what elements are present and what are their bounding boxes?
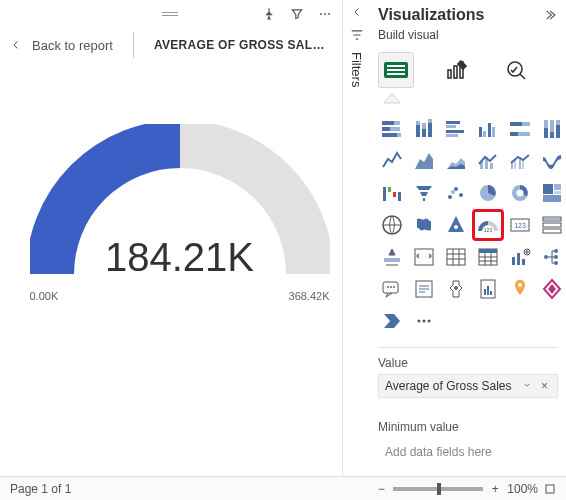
svg-rect-72	[384, 258, 400, 262]
svg-rect-50	[393, 192, 396, 197]
filter-icon[interactable]	[288, 5, 306, 23]
viz-type-smart-narrative[interactable]	[410, 275, 438, 303]
svg-rect-26	[446, 134, 458, 137]
svg-rect-74	[447, 249, 465, 265]
visual-title: AVERAGE OF GROSS SAL…	[154, 38, 325, 52]
viz-type-clustered-column[interactable]	[474, 115, 502, 143]
tab-format-visual[interactable]	[438, 52, 474, 88]
svg-rect-30	[492, 127, 495, 137]
svg-rect-59	[543, 184, 553, 194]
viz-type-line-stacked-column[interactable]	[474, 147, 502, 175]
viz-type-donut[interactable]	[506, 179, 534, 207]
pin-icon[interactable]	[260, 5, 278, 23]
back-to-report-button[interactable]: Back to report	[10, 38, 113, 53]
svg-point-52	[448, 195, 452, 199]
svg-rect-62	[543, 195, 561, 202]
value-field-well[interactable]: Average of Gross Sales ×	[378, 374, 558, 398]
viz-type-slicer[interactable]	[410, 243, 438, 271]
visual-type-gallery: 123123	[378, 115, 558, 335]
more-options-icon[interactable]	[316, 5, 334, 23]
viz-type-area[interactable]	[410, 147, 438, 175]
gauge-visual[interactable]: 184.21K 0.00K 368.42K	[0, 124, 359, 284]
svg-rect-76	[479, 249, 497, 253]
viz-type-gauge[interactable]: 123	[474, 211, 502, 239]
viz-type-clustered-bar[interactable]	[442, 115, 470, 143]
breadcrumb: Back to report AVERAGE OF GROSS SAL…	[0, 26, 359, 64]
viz-type-r-visual[interactable]	[506, 243, 534, 271]
viz-type-map[interactable]	[378, 211, 406, 239]
viz-type-power-automate[interactable]	[378, 307, 406, 335]
svg-rect-40	[556, 120, 560, 125]
viz-type-100-stacked-column[interactable]	[538, 115, 566, 143]
svg-rect-47	[522, 161, 524, 169]
viz-type-key-influencers[interactable]	[442, 275, 470, 303]
viz-type-stacked-area[interactable]	[442, 147, 470, 175]
viz-type-table[interactable]	[442, 243, 470, 271]
filters-panel-collapsed[interactable]: Filters	[342, 0, 370, 500]
viz-type-kpi[interactable]	[378, 243, 406, 271]
viz-type-more[interactable]	[410, 307, 438, 335]
gauge-max-label: 368.42K	[289, 290, 330, 302]
svg-rect-12	[394, 121, 400, 125]
zoom-slider[interactable]	[393, 487, 483, 491]
viz-type-waterfall[interactable]	[378, 179, 406, 207]
min-field-placeholder[interactable]: Add data fields here	[378, 438, 558, 466]
viz-type-paginated[interactable]	[474, 275, 502, 303]
viz-type-line[interactable]	[378, 147, 406, 175]
viz-type-filled-map[interactable]	[410, 211, 438, 239]
viz-type-line-clustered-column[interactable]	[506, 147, 534, 175]
filters-icon	[350, 28, 364, 42]
svg-rect-49	[388, 187, 391, 192]
viz-type-arcgis[interactable]	[506, 275, 534, 303]
viz-type-100-stacked-bar[interactable]	[506, 115, 534, 143]
svg-point-87	[390, 286, 392, 288]
viz-type-qa[interactable]	[378, 275, 406, 303]
svg-rect-94	[490, 291, 492, 295]
svg-rect-20	[422, 123, 426, 129]
zoom-fit-icon[interactable]	[544, 483, 556, 495]
status-bar: Page 1 of 1 − + 100%	[0, 476, 566, 500]
remove-field-button[interactable]: ×	[538, 379, 551, 393]
svg-rect-4	[387, 65, 405, 67]
svg-point-95	[518, 283, 522, 287]
tab-analytics[interactable]	[498, 52, 534, 88]
chevron-left-icon	[351, 6, 363, 18]
svg-rect-78	[517, 253, 520, 265]
viz-type-card[interactable]: 123	[506, 211, 534, 239]
svg-rect-19	[422, 129, 426, 137]
viz-type-power-apps[interactable]	[538, 275, 566, 303]
viz-type-pie[interactable]	[474, 179, 502, 207]
field-section-value: Value	[378, 347, 558, 370]
zoom-in-button[interactable]: +	[489, 482, 501, 496]
zoom-out-button[interactable]: −	[375, 482, 387, 496]
panel-tabs	[378, 48, 558, 92]
drag-grip-icon[interactable]	[162, 12, 178, 16]
viz-type-stacked-column[interactable]	[410, 115, 438, 143]
viz-type-stacked-bar[interactable]	[378, 115, 406, 143]
svg-rect-24	[446, 125, 456, 128]
visual-top-toolbar	[0, 0, 340, 28]
viz-type-decomposition-tree[interactable]	[538, 243, 566, 271]
collapse-panel-icon[interactable]	[540, 6, 558, 24]
svg-rect-70	[543, 229, 561, 233]
svg-rect-17	[416, 125, 420, 137]
chevron-down-icon[interactable]	[519, 379, 535, 393]
divider	[133, 32, 134, 58]
svg-point-96	[418, 320, 421, 323]
svg-point-90	[454, 286, 458, 290]
svg-rect-93	[487, 286, 489, 295]
viz-type-scatter[interactable]	[442, 179, 470, 207]
zoom-control[interactable]: − + 100%	[375, 482, 556, 496]
viz-type-treemap[interactable]	[538, 179, 566, 207]
viz-type-azure-map[interactable]	[442, 211, 470, 239]
viz-type-funnel[interactable]	[410, 179, 438, 207]
tab-build-visual[interactable]	[378, 52, 414, 88]
viz-type-ribbon[interactable]	[538, 147, 566, 175]
viz-type-matrix[interactable]	[474, 243, 502, 271]
svg-point-82	[554, 249, 558, 253]
viz-type-multi-row-card[interactable]	[538, 211, 566, 239]
back-label: Back to report	[32, 38, 113, 53]
svg-rect-99	[546, 485, 554, 493]
svg-point-97	[423, 320, 426, 323]
svg-rect-22	[428, 119, 432, 123]
